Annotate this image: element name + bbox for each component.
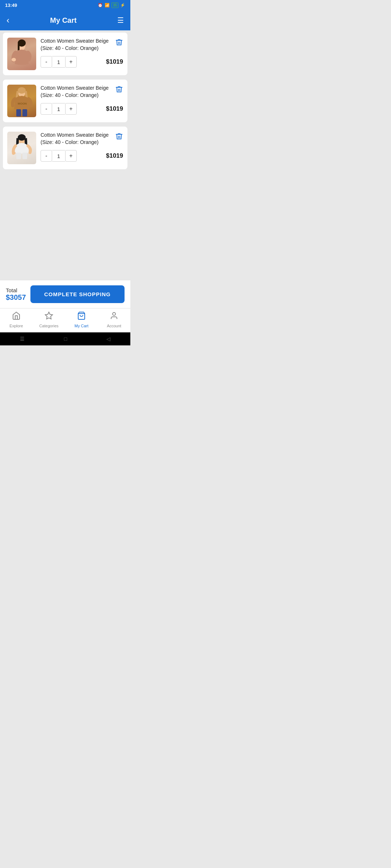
- svg-rect-7: [16, 109, 21, 116]
- total-label: Total: [6, 287, 26, 293]
- svg-rect-11: [16, 153, 21, 159]
- svg-rect-2: [18, 44, 20, 51]
- svg-text:MOON: MOON: [18, 102, 27, 105]
- decrease-qty-button[interactable]: -: [41, 150, 52, 162]
- delete-item-button[interactable]: [115, 38, 123, 48]
- delete-item-button[interactable]: [115, 132, 123, 142]
- product-image: [7, 132, 36, 164]
- svg-point-5: [18, 87, 26, 94]
- cart-item-info: Cotton Women Sweater Beige (Size: 40 - C…: [41, 132, 123, 162]
- quantity-value: 1: [52, 103, 65, 115]
- cart-item-top: Cotton Women Sweater Beige (Size: 40 - C…: [7, 38, 123, 70]
- status-bar: 13:49 ⏰ 📶 35 ⚡: [0, 0, 130, 10]
- cart-item-info: Cotton Women Sweater Beige (Size: 40 - C…: [41, 38, 123, 68]
- person-figure: [7, 38, 36, 70]
- cart-item-top: MOON Cotton Women Sweater Beige (Size: 4…: [7, 85, 123, 117]
- cart-item-top: Cotton Women Sweater Beige (Size: 40 - C…: [7, 132, 123, 164]
- cart-item-info: Cotton Women Sweater Beige (Size: 40 - C…: [41, 85, 123, 115]
- product-name: Cotton Women Sweater Beige (Size: 40 - C…: [41, 38, 112, 52]
- mycart-nav-label: My Cart: [75, 324, 89, 328]
- cart-list: Cotton Women Sweater Beige (Size: 40 - C…: [0, 30, 130, 171]
- mycart-nav-icon: [77, 311, 86, 322]
- nav-item-mycart[interactable]: My Cart: [65, 311, 98, 328]
- alarm-icon: ⏰: [98, 3, 103, 8]
- complete-shopping-button[interactable]: COMPLETE SHOPPING: [30, 285, 125, 303]
- product-image: [7, 38, 36, 70]
- decrease-qty-button[interactable]: -: [41, 56, 52, 68]
- svg-rect-8: [22, 109, 27, 116]
- cart-item-header: Cotton Women Sweater Beige (Size: 40 - C…: [41, 85, 123, 99]
- bottom-nav: Explore Categories My Cart Account: [0, 308, 130, 332]
- quantity-control: - 1 +: [41, 150, 77, 162]
- android-nav-bar: ☰ □ ◁: [0, 332, 130, 345]
- increase-qty-button[interactable]: +: [65, 103, 77, 115]
- cart-item-bottom: - 1 + $1019: [41, 103, 123, 115]
- decrease-qty-button[interactable]: -: [41, 103, 52, 115]
- explore-nav-label: Explore: [9, 324, 23, 328]
- cart-item-header: Cotton Women Sweater Beige (Size: 40 - C…: [41, 132, 123, 146]
- item-price: $1019: [106, 152, 123, 159]
- header: ‹ My Cart ☰: [0, 10, 130, 30]
- item-price: $1019: [106, 105, 123, 112]
- signal-icon: 📶: [105, 3, 110, 8]
- person-figure: MOON: [7, 85, 36, 117]
- product-name: Cotton Women Sweater Beige (Size: 40 - C…: [41, 85, 112, 99]
- empty-area: [0, 171, 130, 280]
- android-back-btn[interactable]: ◁: [106, 336, 110, 342]
- svg-point-13: [12, 152, 16, 154]
- nav-item-explore[interactable]: Explore: [0, 311, 33, 328]
- cart-item-header: Cotton Women Sweater Beige (Size: 40 - C…: [41, 38, 123, 52]
- categories-nav-label: Categories: [39, 324, 58, 328]
- svg-rect-12: [22, 153, 27, 159]
- nav-item-categories[interactable]: Categories: [33, 311, 65, 328]
- quantity-value: 1: [52, 56, 65, 68]
- android-menu-btn[interactable]: ☰: [20, 336, 25, 342]
- charging-icon: ⚡: [120, 3, 125, 8]
- quantity-value: 1: [52, 150, 65, 162]
- explore-nav-icon: [12, 311, 21, 322]
- battery-indicator: 35: [112, 3, 118, 8]
- status-icons: ⏰ 📶 35 ⚡: [98, 3, 125, 8]
- product-image: MOON: [7, 85, 36, 117]
- svg-point-3: [12, 58, 16, 61]
- item-price: $1019: [106, 58, 123, 65]
- quantity-control: - 1 +: [41, 56, 77, 68]
- cart-item: MOON Cotton Women Sweater Beige (Size: 4…: [3, 80, 127, 122]
- increase-qty-button[interactable]: +: [65, 56, 77, 68]
- android-home-btn[interactable]: □: [64, 336, 67, 342]
- categories-nav-icon: [45, 311, 53, 322]
- delete-item-button[interactable]: [115, 85, 123, 95]
- product-name: Cotton Women Sweater Beige (Size: 40 - C…: [41, 132, 112, 146]
- back-button[interactable]: ‹: [7, 15, 9, 25]
- total-section: Total $3057: [6, 287, 26, 302]
- page-title: My Cart: [50, 16, 76, 25]
- person-figure: [7, 132, 36, 164]
- status-time: 13:49: [5, 3, 17, 8]
- svg-marker-14: [45, 312, 52, 319]
- cart-item: Cotton Women Sweater Beige (Size: 40 - C…: [3, 33, 127, 75]
- menu-button[interactable]: ☰: [117, 16, 124, 25]
- quantity-control: - 1 +: [41, 103, 77, 115]
- nav-item-account[interactable]: Account: [98, 311, 130, 328]
- cart-item-bottom: - 1 + $1019: [41, 56, 123, 68]
- svg-point-10: [18, 134, 26, 141]
- increase-qty-button[interactable]: +: [65, 150, 77, 162]
- cart-item-bottom: - 1 + $1019: [41, 150, 123, 162]
- total-amount: $3057: [6, 293, 26, 302]
- cart-footer: Total $3057 COMPLETE SHOPPING: [0, 280, 130, 308]
- cart-item: Cotton Women Sweater Beige (Size: 40 - C…: [3, 127, 127, 169]
- svg-point-16: [113, 312, 115, 315]
- account-nav-icon: [110, 311, 118, 322]
- account-nav-label: Account: [107, 324, 121, 328]
